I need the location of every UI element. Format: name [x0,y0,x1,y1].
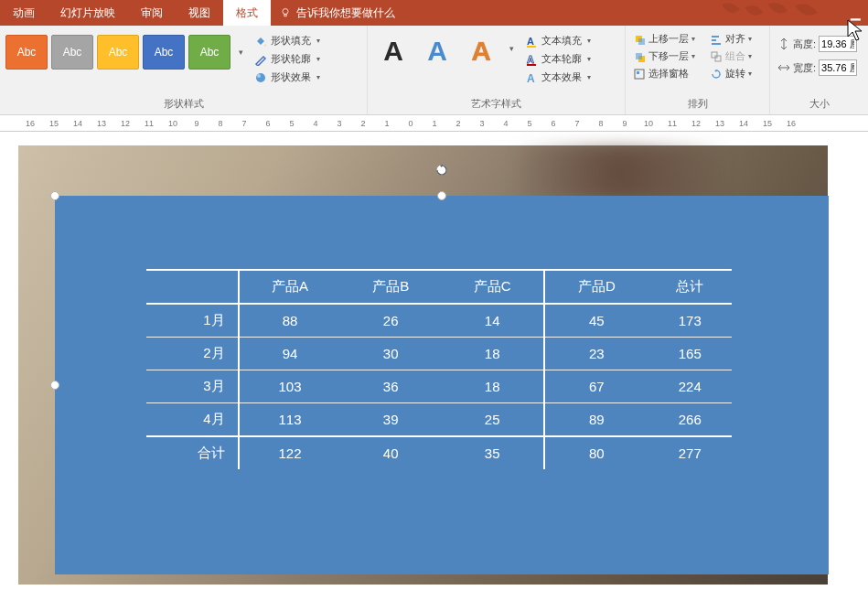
table-cell: 103 [239,370,341,403]
height-icon [777,38,790,50]
table-cell: 40 [340,436,441,469]
group-label-size: 大小 [776,95,863,114]
table-cell: 88 [239,304,341,338]
shape-fill-button[interactable]: 形状填充▾ [251,33,324,48]
ruler-tick: 14 [66,119,90,128]
tell-me-search[interactable]: 告诉我你想要做什么 [280,5,395,21]
table-cell: 23 [544,338,648,370]
ruler-tick: 12 [113,119,137,128]
shape-outline-button[interactable]: 形状轮廓▾ [251,51,324,67]
width-icon [777,61,790,74]
svg-rect-1 [284,15,286,16]
table-row-header: 4月 [146,403,239,437]
table-cell: 45 [544,304,648,338]
tab-view[interactable]: 视图 [176,0,223,26]
table-col-header: 总计 [648,270,732,304]
shape-style-4[interactable]: Abc [143,35,185,70]
resize-handle-middle-left[interactable] [50,381,59,390]
table-cell: 30 [340,338,441,370]
table-cell: 266 [648,403,732,437]
ruler-tick: 5 [518,119,541,128]
resize-handle-top-middle[interactable] [437,191,446,200]
table-row-header: 合计 [146,436,239,469]
resize-handle-top-left[interactable] [50,191,59,200]
ruler-tick: 15 [42,119,66,128]
group-button[interactable]: 组合▾ [708,48,754,64]
table-col-header: 产品D [544,270,648,304]
shape-style-2[interactable]: Abc [51,35,93,70]
wordart-style-3[interactable]: A [461,31,501,71]
wordart-style-1[interactable]: A [373,31,413,71]
ruler-tick: 11 [660,119,684,128]
tell-me-text: 告诉我你想要做什么 [296,5,395,21]
table-cell: 165 [648,338,732,370]
group-label-wordart: 艺术字样式 [373,95,619,114]
table-col-header: 产品C [441,270,544,304]
selection-pane-button[interactable]: 选择窗格 [631,66,697,81]
send-backward-button[interactable]: 下移一层▾ [631,48,697,64]
ruler-tick: 2 [351,119,375,128]
svg-point-2 [256,73,265,82]
ruler-tick: 2 [446,119,470,128]
shape-style-3[interactable]: Abc [97,35,139,70]
ruler-tick: 16 [779,119,803,128]
ruler-tick: 11 [137,119,161,128]
table-col-header [146,270,239,304]
shape-style-gallery-dropdown[interactable]: ▾ [234,35,247,70]
ruler-tick: 8 [209,119,232,128]
ruler-tick: 15 [755,119,779,128]
ruler-tick: 9 [185,119,209,128]
align-button[interactable]: 对齐▾ [708,31,754,47]
group-arrange: 上移一层▾ 下移一层▾ 选择窗格 对齐▾ 组合▾ [626,26,770,114]
group-label-arrange: 排列 [631,95,764,114]
svg-rect-10 [638,38,645,45]
tab-format[interactable]: 格式 [223,0,271,26]
text-fill-button[interactable]: A 文本填充▾ [521,33,595,48]
table-row-header: 2月 [146,338,239,370]
selected-shape[interactable]: 产品A产品B产品C产品D总计1月882614451732月94301823165… [55,196,829,574]
table-cell: 80 [544,436,648,469]
ruler-tick: 1 [423,119,446,128]
wordart-gallery-dropdown[interactable]: ▾ [505,31,518,66]
ruler-tick: 9 [613,119,637,128]
wordart-style-2[interactable]: A [417,31,457,71]
text-effects-button[interactable]: A 文本效果▾ [521,70,595,85]
table-cell: 14 [441,304,544,338]
tab-review[interactable]: 审阅 [128,0,176,26]
shape-style-1[interactable]: Abc [5,35,48,70]
ribbon-tabs: 动画 幻灯片放映 审阅 视图 格式 [0,0,271,26]
table-row-header: 3月 [146,370,239,403]
ruler-tick: 13 [90,119,113,128]
table-cell: 25 [441,403,544,437]
slide-canvas[interactable]: 产品A产品B产品C产品D总计1月882614451732月94301823165… [0,132,868,589]
svg-rect-14 [637,71,639,74]
text-fill-icon: A [525,35,538,48]
svg-rect-12 [636,53,642,59]
table-cell: 26 [340,304,441,338]
ruler-tick: 1 [375,119,399,128]
width-input[interactable] [819,59,857,76]
ruler-tick: 4 [304,119,327,128]
svg-point-0 [283,9,288,15]
rotate-button[interactable]: 旋转▾ [708,66,754,81]
ruler-tick: 7 [232,119,256,128]
shape-style-5[interactable]: Abc [188,35,230,70]
text-outline-button[interactable]: A 文本轮廓▾ [521,51,595,67]
shape-effects-button[interactable]: 形状效果▾ [251,70,324,85]
svg-point-3 [257,74,261,78]
bring-forward-button[interactable]: 上移一层▾ [631,31,697,47]
leaves-decoration-icon [713,0,841,26]
svg-rect-15 [712,36,719,38]
table-cell: 113 [239,403,341,437]
ruler-tick: 14 [732,119,755,128]
tab-animation[interactable]: 动画 [0,0,48,26]
effects-icon [254,71,267,84]
send-backward-icon [633,50,646,63]
tab-slideshow[interactable]: 幻灯片放映 [48,0,128,26]
table-cell: 18 [441,338,544,370]
cursor-icon [846,18,864,47]
rotate-handle[interactable] [434,163,449,177]
table-cell: 67 [544,370,648,403]
table-col-header: 产品B [340,270,441,304]
horizontal-ruler: 1615141312111098765432101234567891011121… [0,115,868,132]
